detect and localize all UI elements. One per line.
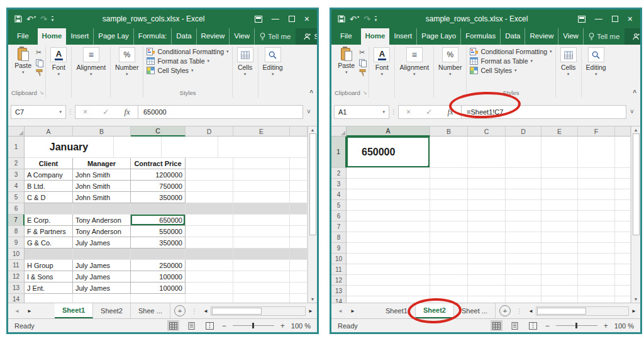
row-header-1[interactable]: 1 xyxy=(331,137,347,168)
cell-E10[interactable] xyxy=(541,254,578,264)
cell-F13[interactable] xyxy=(578,286,615,296)
cut-icon[interactable]: ✂ xyxy=(359,48,365,57)
cell-F12[interactable] xyxy=(578,275,615,286)
cell-B9[interactable]: July James xyxy=(73,237,131,249)
row-header-13[interactable]: 13 xyxy=(8,282,25,294)
new-sheet-button[interactable]: + xyxy=(174,305,186,316)
share-button[interactable]: Share xyxy=(296,28,319,45)
cell-E6[interactable] xyxy=(233,203,290,215)
cell-A10[interactable] xyxy=(25,249,73,260)
cell-A13[interactable] xyxy=(347,286,430,296)
cell-C13[interactable] xyxy=(468,286,506,296)
cell-B14[interactable] xyxy=(73,294,131,303)
cell-A14[interactable] xyxy=(25,294,73,303)
cell-E9[interactable] xyxy=(233,237,290,249)
cell-D5[interactable] xyxy=(506,200,541,211)
cell-C9[interactable]: 350000 xyxy=(131,237,186,249)
normal-view-icon[interactable] xyxy=(491,320,502,331)
cell-C14[interactable] xyxy=(468,296,506,303)
tab-page-lay[interactable]: Page Lay xyxy=(94,28,134,45)
cell-E11[interactable] xyxy=(541,264,578,275)
row-header-14[interactable]: 14 xyxy=(8,294,25,303)
cell-C2[interactable]: Contract Price xyxy=(131,158,186,169)
cell-D13[interactable] xyxy=(186,282,233,294)
cell-E4[interactable] xyxy=(541,189,578,200)
cell-E14[interactable] xyxy=(233,294,290,303)
tab-formula[interactable]: Formula: xyxy=(134,28,172,45)
cell-F7[interactable] xyxy=(578,221,615,232)
cell-D2[interactable] xyxy=(506,168,541,179)
zoom-in-icon[interactable]: + xyxy=(280,321,285,330)
cell-B12[interactable]: July James xyxy=(73,271,131,282)
row-header-5[interactable]: 5 xyxy=(8,192,25,203)
dialog-launcher-icon[interactable]: ↘ xyxy=(40,90,44,96)
row-header-11[interactable]: 11 xyxy=(8,260,25,271)
cell-D6[interactable] xyxy=(186,203,233,215)
sheet-tab-2[interactable]: Sheet2 xyxy=(93,303,131,318)
cell-E8[interactable] xyxy=(541,232,578,243)
cell-B5[interactable] xyxy=(430,200,468,211)
zoom-level[interactable]: 100 % xyxy=(291,322,311,330)
cell-B2[interactable]: Manager xyxy=(73,158,131,169)
sheet-tab-3[interactable]: Shee ... xyxy=(131,303,170,318)
cell-B11[interactable] xyxy=(430,264,468,275)
row-header-5[interactable]: 5 xyxy=(331,200,347,211)
tab-review[interactable]: Review xyxy=(525,28,558,45)
cell-A6[interactable] xyxy=(347,211,430,221)
cell-B8[interactable] xyxy=(430,232,468,243)
row-header-6[interactable]: 6 xyxy=(331,211,347,221)
cancel-icon[interactable]: × xyxy=(406,108,411,116)
minimize-button[interactable]: — xyxy=(595,15,602,23)
column-header-E[interactable]: E xyxy=(541,126,578,137)
dialog-launcher-icon[interactable]: ↘ xyxy=(363,90,367,96)
copy-icon[interactable] xyxy=(359,59,366,67)
editing-group-button[interactable]: Editing ▾ xyxy=(584,47,609,77)
cell-A3[interactable] xyxy=(347,179,430,189)
cell-D4[interactable] xyxy=(186,181,233,192)
format-as-table-button[interactable]: Format as Table▾ xyxy=(145,56,211,65)
cell-F8[interactable] xyxy=(578,232,615,243)
tab-file[interactable]: File xyxy=(331,28,361,45)
sheet-nav-back-icon[interactable]: ◄ xyxy=(338,308,343,314)
cell-D10[interactable] xyxy=(186,249,233,260)
cell-E1[interactable] xyxy=(162,137,218,158)
tab-file[interactable]: File xyxy=(8,28,38,45)
cell-C8[interactable]: 550000 xyxy=(131,226,186,237)
cell-B2[interactable] xyxy=(430,168,468,179)
tab-insert[interactable]: Insert xyxy=(66,28,94,45)
copy-icon[interactable] xyxy=(36,59,43,67)
cell-D12[interactable] xyxy=(186,271,233,282)
format-painter-icon[interactable] xyxy=(36,69,43,76)
cell-C5[interactable]: 350000 xyxy=(131,192,186,203)
zoom-level[interactable]: 100 % xyxy=(614,322,634,330)
column-header-D[interactable]: D xyxy=(186,126,233,137)
cell-C10[interactable] xyxy=(131,249,186,260)
tab-view[interactable]: View xyxy=(230,28,255,45)
cell-C4[interactable]: 750000 xyxy=(131,181,186,192)
cell-B11[interactable]: July James xyxy=(73,260,131,271)
save-icon[interactable] xyxy=(14,15,22,23)
format-painter-icon[interactable] xyxy=(359,69,366,76)
column-header-A[interactable]: A xyxy=(347,126,430,137)
column-header-B[interactable]: B xyxy=(430,126,468,137)
new-sheet-button[interactable]: + xyxy=(499,305,511,316)
cell-E3[interactable] xyxy=(541,179,578,189)
expand-formula-bar-icon[interactable]: ˅ xyxy=(626,108,638,115)
tab-insert[interactable]: Insert xyxy=(389,28,417,45)
cell-E2[interactable] xyxy=(541,168,578,179)
qat-customize-icon[interactable]: ▾ xyxy=(375,16,377,22)
cell-F2[interactable] xyxy=(578,168,615,179)
cell-styles-button[interactable]: Cell Styles▾ xyxy=(145,65,194,75)
cell-A6[interactable] xyxy=(25,203,73,215)
row-header-12[interactable]: 12 xyxy=(8,271,25,282)
row-header-1[interactable]: 1 xyxy=(8,137,25,158)
cell-E6[interactable] xyxy=(541,211,578,221)
name-box[interactable]: C7 ▾ xyxy=(11,105,66,119)
sheet-nav-forward-icon[interactable]: ► xyxy=(350,308,355,314)
column-header-C[interactable]: C xyxy=(468,126,506,137)
cells-group-button[interactable]: Cells ▾ xyxy=(235,47,256,77)
cell-E3[interactable] xyxy=(233,169,290,181)
tab-home[interactable]: Home xyxy=(38,28,67,45)
cell-styles-button[interactable]: Cell Styles▾ xyxy=(469,65,518,75)
cell-D3[interactable] xyxy=(186,169,233,181)
